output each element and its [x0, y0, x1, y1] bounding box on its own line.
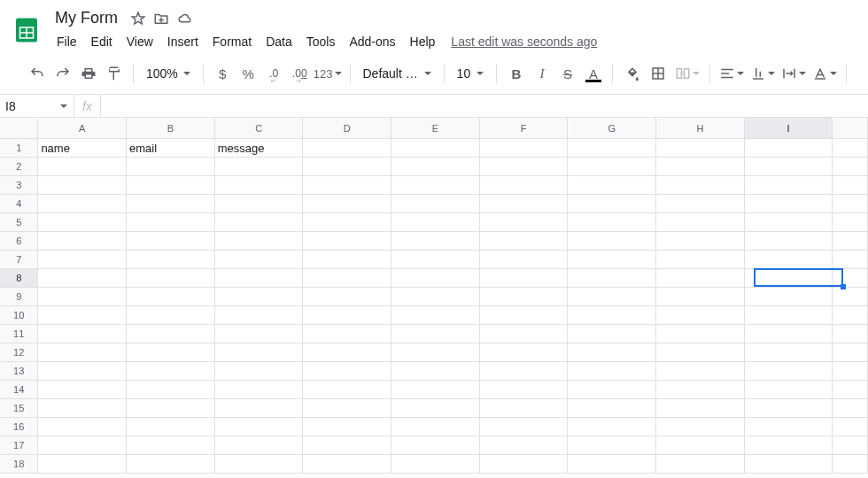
cell-E4[interactable] [391, 195, 480, 213]
cell-I12[interactable] [745, 343, 833, 362]
cell-B13[interactable] [127, 362, 215, 381]
cell-F14[interactable] [480, 381, 569, 399]
menu-edit[interactable]: Edit [84, 31, 120, 52]
text-wrap-button[interactable] [779, 62, 809, 85]
cell-I18[interactable] [745, 455, 833, 474]
cell-D11[interactable] [303, 325, 391, 343]
last-edit-link[interactable]: Last edit was seconds ago [451, 35, 597, 49]
row-header-7[interactable]: 7 [0, 251, 38, 269]
cell-C7[interactable] [215, 251, 304, 269]
font-size-select[interactable]: 10 [452, 66, 490, 81]
cell-I6[interactable] [745, 232, 833, 251]
cell-J16[interactable] [833, 418, 868, 436]
horizontal-align-button[interactable] [717, 62, 747, 85]
cell-E14[interactable] [391, 381, 480, 399]
cell-A18[interactable] [38, 455, 127, 474]
cell-C12[interactable] [215, 343, 304, 362]
cell-A2[interactable] [38, 158, 127, 176]
cell-I16[interactable] [745, 418, 833, 436]
cell-C10[interactable] [215, 306, 304, 325]
row-header-3[interactable]: 3 [0, 176, 38, 195]
cell-E5[interactable] [391, 213, 480, 232]
cell-D5[interactable] [303, 213, 391, 232]
decrease-decimal-button[interactable]: .0← [262, 62, 286, 85]
cell-D7[interactable] [303, 251, 391, 269]
cell-G1[interactable] [568, 139, 656, 158]
cell-A14[interactable] [38, 381, 127, 399]
col-header-G[interactable]: G [568, 118, 656, 139]
strikethrough-button[interactable]: S [555, 62, 579, 85]
merge-cells-button[interactable] [671, 62, 702, 85]
cell-E2[interactable] [391, 158, 480, 176]
cell-H8[interactable] [656, 269, 745, 288]
cell-E1[interactable] [391, 139, 480, 158]
cell-B8[interactable] [127, 269, 215, 288]
cell-H15[interactable] [656, 399, 745, 418]
cell-G15[interactable] [568, 399, 656, 418]
cell-G11[interactable] [568, 325, 656, 343]
cell-A10[interactable] [38, 306, 127, 325]
percent-button[interactable]: % [236, 62, 260, 85]
star-icon[interactable] [130, 11, 146, 27]
cell-B6[interactable] [127, 232, 215, 251]
cell-C1[interactable]: message [215, 139, 304, 158]
zoom-select[interactable]: 100% [141, 66, 196, 81]
borders-button[interactable] [646, 62, 670, 85]
col-header-I[interactable]: I [745, 118, 833, 139]
cell-G18[interactable] [568, 455, 656, 474]
selection-handle[interactable] [841, 284, 846, 289]
fill-color-button[interactable] [620, 62, 644, 85]
cell-G12[interactable] [568, 343, 656, 362]
menu-view[interactable]: View [120, 31, 160, 52]
formula-input[interactable] [101, 95, 868, 117]
cell-E10[interactable] [391, 306, 480, 325]
spreadsheet-grid[interactable]: A B C D E F G H I 1nameemailmessage23456… [0, 118, 868, 474]
cell-I8[interactable] [745, 269, 833, 288]
cell-E3[interactable] [391, 176, 480, 195]
cell-J6[interactable] [833, 232, 868, 251]
cell-E15[interactable] [391, 399, 480, 418]
cell-H4[interactable] [656, 195, 745, 213]
document-title[interactable]: My Form [50, 7, 123, 29]
cell-D15[interactable] [303, 399, 391, 418]
cell-A11[interactable] [38, 325, 127, 343]
cell-I5[interactable] [745, 213, 833, 232]
cell-I11[interactable] [745, 325, 833, 343]
cell-A9[interactable] [38, 288, 127, 306]
redo-button[interactable] [50, 62, 74, 85]
row-header-10[interactable]: 10 [0, 306, 38, 325]
cell-J5[interactable] [833, 213, 868, 232]
cell-J15[interactable] [833, 399, 868, 418]
cell-D8[interactable] [303, 269, 391, 288]
col-header-C[interactable]: C [215, 118, 304, 139]
cell-C13[interactable] [215, 362, 304, 381]
cell-E11[interactable] [391, 325, 480, 343]
cell-J8[interactable] [833, 269, 868, 288]
cell-D18[interactable] [303, 455, 391, 474]
cell-F15[interactable] [480, 399, 569, 418]
cell-E13[interactable] [391, 362, 480, 381]
cell-D2[interactable] [303, 158, 391, 176]
cell-E7[interactable] [391, 251, 480, 269]
print-button[interactable] [76, 62, 100, 85]
cell-A7[interactable] [38, 251, 127, 269]
cell-J18[interactable] [833, 455, 868, 474]
row-header-11[interactable]: 11 [0, 325, 38, 343]
cell-A6[interactable] [38, 232, 127, 251]
cell-B2[interactable] [127, 158, 215, 176]
name-box-dropdown[interactable] [53, 95, 74, 117]
cell-F13[interactable] [480, 362, 569, 381]
cell-J1[interactable] [833, 139, 868, 158]
cell-I15[interactable] [745, 399, 833, 418]
text-rotation-button[interactable] [810, 62, 839, 85]
cell-G6[interactable] [568, 232, 656, 251]
paint-format-button[interactable] [102, 62, 126, 85]
cell-A8[interactable] [38, 269, 127, 288]
cell-J10[interactable] [833, 306, 868, 325]
cell-B3[interactable] [127, 176, 215, 195]
cell-F4[interactable] [480, 195, 569, 213]
row-header-13[interactable]: 13 [0, 362, 38, 381]
cell-B15[interactable] [127, 399, 215, 418]
cell-F3[interactable] [480, 176, 569, 195]
cell-H16[interactable] [656, 418, 745, 436]
